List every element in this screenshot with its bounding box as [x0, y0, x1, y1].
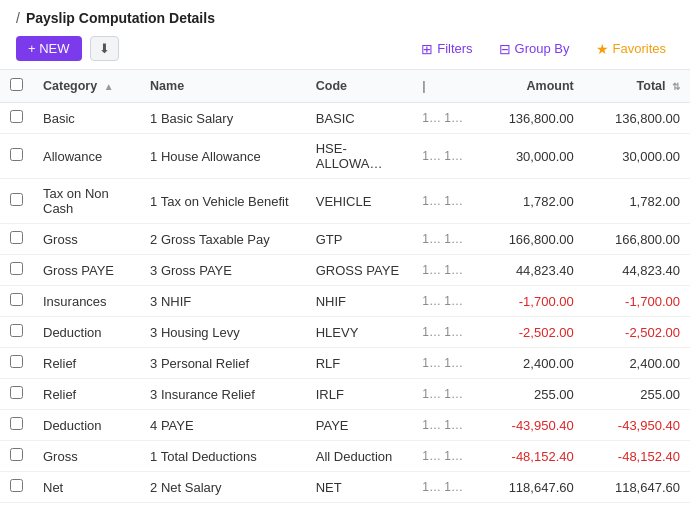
- row-checkbox[interactable]: [10, 386, 23, 399]
- row-checkbox[interactable]: [10, 448, 23, 461]
- cell-amount: -2,502.00: [486, 317, 584, 348]
- row-checkbox-cell[interactable]: [0, 410, 33, 441]
- groupby-label: Group By: [515, 41, 570, 56]
- cell-i: 1… 1…: [412, 134, 486, 179]
- cell-category: Relief: [33, 379, 140, 410]
- row-checkbox-cell[interactable]: [0, 317, 33, 348]
- row-checkbox[interactable]: [10, 231, 23, 244]
- col-header-amount: Amount: [486, 70, 584, 103]
- cell-total: 1,782.00: [584, 179, 690, 224]
- breadcrumb-sep: /: [16, 10, 20, 26]
- table-row: Net2 Net SalaryNET1… 1…118,647.60118,647…: [0, 472, 690, 503]
- table-row: Basic1 Basic SalaryBASIC1… 1…136,800.001…: [0, 103, 690, 134]
- download-button[interactable]: ⬇: [90, 36, 119, 61]
- table-row: Relief3 Insurance ReliefIRLF1… 1…255.002…: [0, 379, 690, 410]
- row-checkbox[interactable]: [10, 262, 23, 275]
- cell-total: 255.00: [584, 379, 690, 410]
- cell-amount: 255.00: [486, 379, 584, 410]
- page-title: Payslip Computation Details: [26, 10, 215, 26]
- cell-category: Basic: [33, 103, 140, 134]
- cell-name: 1 Tax on Vehicle Benefit: [140, 179, 306, 224]
- filters-button[interactable]: ⊞ Filters: [413, 37, 480, 61]
- cell-total: -48,152.40: [584, 441, 690, 472]
- row-checkbox[interactable]: [10, 193, 23, 206]
- cell-amount: 1,782.00: [486, 179, 584, 224]
- cell-name: 1 House Allowance: [140, 134, 306, 179]
- cell-total: -43,950.40: [584, 410, 690, 441]
- toolbar: + NEW ⬇ ⊞ Filters ⊟ Group By ★ Favorites: [0, 32, 690, 69]
- table-row: Insurances3 NHIFNHIF1… 1…-1,700.00-1,700…: [0, 286, 690, 317]
- cell-total: 30,000.00: [584, 134, 690, 179]
- row-checkbox-cell[interactable]: [0, 103, 33, 134]
- cell-amount: 30,000.00: [486, 134, 584, 179]
- filter-icon: ⊞: [421, 41, 433, 57]
- select-all-checkbox[interactable]: [10, 78, 23, 91]
- cell-name: 1 Basic Salary: [140, 103, 306, 134]
- table-row: Allowance1 House AllowanceHSE-ALLOWA…1… …: [0, 134, 690, 179]
- new-button[interactable]: + NEW: [16, 36, 82, 61]
- cell-i: 1… 1…: [412, 410, 486, 441]
- cell-i: 1… 1…: [412, 224, 486, 255]
- col-header-total[interactable]: Total ⇅: [584, 70, 690, 103]
- row-checkbox[interactable]: [10, 417, 23, 430]
- cell-category: Tax on Non Cash: [33, 179, 140, 224]
- cell-category: Gross: [33, 224, 140, 255]
- table-row: Gross1 Total DeductionsAll Deduction1… 1…: [0, 441, 690, 472]
- cell-total: 44,823.40: [584, 255, 690, 286]
- row-checkbox[interactable]: [10, 148, 23, 161]
- favorites-label: Favorites: [613, 41, 666, 56]
- row-checkbox-cell[interactable]: [0, 441, 33, 472]
- sort-icon-category: ▲: [104, 81, 114, 92]
- cell-total: 118,647.60: [584, 472, 690, 503]
- cell-i: 1… 1…: [412, 255, 486, 286]
- cell-amount: 136,800.00: [486, 103, 584, 134]
- cell-category: Relief: [33, 348, 140, 379]
- cell-name: 1 Total Deductions: [140, 441, 306, 472]
- cell-total: 136,800.00: [584, 103, 690, 134]
- cell-code: PAYE: [306, 410, 412, 441]
- cell-name: 4 PAYE: [140, 410, 306, 441]
- filters-label: Filters: [437, 41, 472, 56]
- row-checkbox-cell[interactable]: [0, 348, 33, 379]
- col-header-category[interactable]: Category ▲: [33, 70, 140, 103]
- cell-code: GROSS PAYE: [306, 255, 412, 286]
- cell-i: 1… 1…: [412, 348, 486, 379]
- cell-code: NET: [306, 472, 412, 503]
- data-table: Category ▲ Name Code | Amount Total ⇅ Ba…: [0, 69, 690, 503]
- cell-i: 1… 1…: [412, 379, 486, 410]
- cell-total: -1,700.00: [584, 286, 690, 317]
- cell-name: 3 Insurance Relief: [140, 379, 306, 410]
- groupby-button[interactable]: ⊟ Group By: [491, 37, 578, 61]
- row-checkbox[interactable]: [10, 479, 23, 492]
- cell-code: HLEVY: [306, 317, 412, 348]
- row-checkbox[interactable]: [10, 110, 23, 123]
- cell-name: 3 Housing Levy: [140, 317, 306, 348]
- cell-total: 166,800.00: [584, 224, 690, 255]
- table-row: Gross2 Gross Taxable PayGTP1… 1…166,800.…: [0, 224, 690, 255]
- cell-amount: 44,823.40: [486, 255, 584, 286]
- row-checkbox[interactable]: [10, 324, 23, 337]
- select-all-header[interactable]: [0, 70, 33, 103]
- col-header-code: Code: [306, 70, 412, 103]
- cell-i: 1… 1…: [412, 441, 486, 472]
- cell-i: 1… 1…: [412, 179, 486, 224]
- row-checkbox-cell[interactable]: [0, 472, 33, 503]
- cell-name: 2 Gross Taxable Pay: [140, 224, 306, 255]
- favorites-button[interactable]: ★ Favorites: [588, 37, 674, 61]
- cell-amount: -43,950.40: [486, 410, 584, 441]
- groupby-icon: ⊟: [499, 41, 511, 57]
- row-checkbox-cell[interactable]: [0, 286, 33, 317]
- table-row: Gross PAYE3 Gross PAYEGROSS PAYE1… 1…44,…: [0, 255, 690, 286]
- row-checkbox[interactable]: [10, 355, 23, 368]
- cell-category: Deduction: [33, 317, 140, 348]
- cell-code: VEHICLE: [306, 179, 412, 224]
- table-row: Deduction3 Housing LevyHLEVY1… 1…-2,502.…: [0, 317, 690, 348]
- col-header-name: Name: [140, 70, 306, 103]
- row-checkbox[interactable]: [10, 293, 23, 306]
- row-checkbox-cell[interactable]: [0, 134, 33, 179]
- row-checkbox-cell[interactable]: [0, 255, 33, 286]
- row-checkbox-cell[interactable]: [0, 224, 33, 255]
- row-checkbox-cell[interactable]: [0, 379, 33, 410]
- cell-code: GTP: [306, 224, 412, 255]
- row-checkbox-cell[interactable]: [0, 179, 33, 224]
